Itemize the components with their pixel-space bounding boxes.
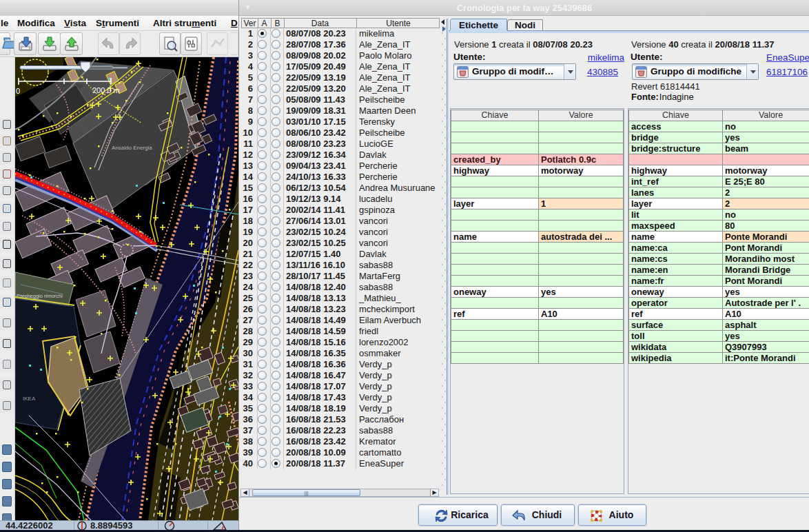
svg-text:IKEA: IKEA: [23, 396, 36, 402]
svg-text:Ansaldo Energia: Ansaldo Energia: [112, 145, 152, 151]
svg-text:0: 0: [16, 87, 20, 95]
svg-text:200.0 m: 200.0 m: [92, 86, 120, 94]
